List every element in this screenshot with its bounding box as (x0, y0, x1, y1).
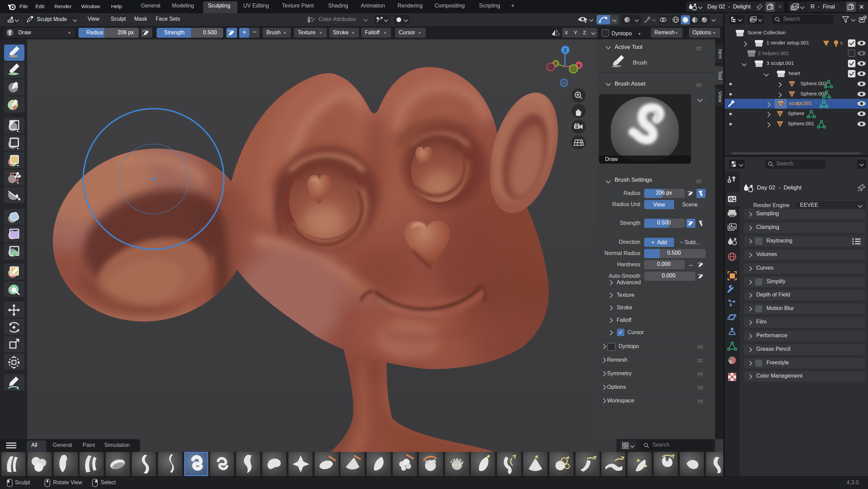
svg-text:X: X (577, 63, 581, 68)
svg-text:Z: Z (564, 48, 567, 53)
